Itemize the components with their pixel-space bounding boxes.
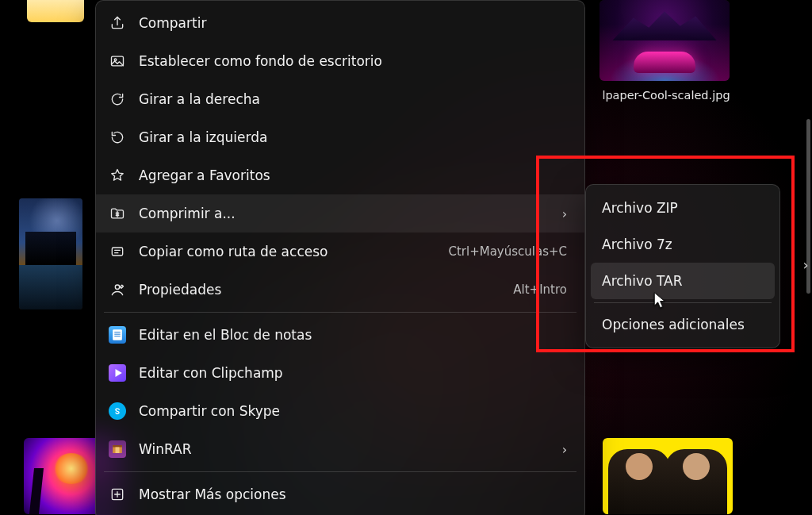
notepad-icon [109,326,126,344]
menu-item-share[interactable]: Compartir [96,4,584,42]
menu-item-rotate-left[interactable]: Girar a la izquierda [96,118,584,156]
folder-thumbnail[interactable] [27,0,84,22]
menu-item-properties[interactable]: Propiedades Alt+Intro [96,271,584,309]
menu-item-skype[interactable]: Compartir con Skype [96,392,584,430]
menu-item-notepad[interactable]: Editar en el Bloc de notas [96,316,584,354]
compress-icon [109,205,126,222]
submenu-item-label: Archivo 7z [602,236,672,252]
menu-item-label: Propiedades [139,282,500,298]
submenu-item-zip[interactable]: Archivo ZIP [586,190,779,226]
submenu-item-7z[interactable]: Archivo 7z [586,226,779,263]
chevron-right-icon: › [559,442,570,457]
svg-rect-6 [113,445,122,448]
submenu-item-label: Archivo ZIP [602,200,678,216]
scroll-right-arrow[interactable]: › [799,254,812,275]
svg-rect-4 [113,329,122,340]
menu-separator [104,312,576,313]
image-thumbnail-neon-car[interactable] [599,0,730,81]
submenu-item-label: Opciones adicionales [602,317,745,332]
svg-point-3 [115,285,119,289]
chevron-right-icon: › [559,206,570,221]
more-options-icon [109,486,126,503]
rotate-right-icon [109,90,126,108]
menu-item-rotate-right[interactable]: Girar a la derecha [96,80,584,118]
copy-path-icon [109,243,126,260]
skype-icon [109,402,126,420]
menu-item-shortcut: Alt+Intro [513,282,570,297]
compress-submenu: Archivo ZIP Archivo 7z Archivo TAR Opcio… [585,184,780,348]
clipchamp-icon [109,364,126,382]
menu-item-shortcut: Ctrl+Mayúsculas+C [448,244,570,259]
menu-item-label: Editar en el Bloc de notas [139,327,570,343]
menu-item-set-wallpaper[interactable]: Establecer como fondo de escritorio [96,42,584,80]
image-thumbnail-city[interactable]: e [19,198,82,309]
share-icon [109,14,126,32]
menu-separator [104,471,576,472]
wallpaper-icon [109,52,126,70]
properties-icon [109,281,126,298]
svg-point-1 [114,59,117,61]
menu-item-label: Girar a la izquierda [139,129,570,145]
menu-item-label: Establecer como fondo de escritorio [139,53,570,69]
menu-item-label: Copiar como ruta de acceso [139,244,435,259]
menu-item-label: WinRAR [139,441,546,457]
submenu-item-additional-options[interactable]: Opciones adicionales [586,306,779,343]
winrar-icon [109,440,126,458]
menu-item-label: Agregar a Favoritos [139,167,570,183]
menu-item-label: Compartir [139,15,570,31]
submenu-item-tar[interactable]: Archivo TAR [591,263,775,299]
star-icon [109,167,126,184]
svg-rect-2 [112,248,122,256]
rotate-left-icon [109,129,126,146]
menu-item-compress[interactable]: Comprimir a... › [96,194,584,233]
submenu-item-label: Archivo TAR [602,273,682,289]
menu-item-more-options[interactable]: Mostrar Más opciones [96,475,584,513]
menu-item-label: Compartir con Skype [139,403,570,419]
menu-item-clipchamp[interactable]: Editar con Clipchamp [96,354,584,392]
menu-item-add-favorites[interactable]: Agregar a Favoritos [96,156,584,194]
submenu-separator [594,302,772,303]
menu-item-label: Girar a la derecha [139,91,570,107]
svg-rect-7 [116,448,120,454]
thumbnail-filename: lpaper-Cool-scaled.jpg [587,89,745,102]
menu-item-label: Mostrar Más opciones [139,486,570,502]
menu-item-label: Editar con Clipchamp [139,365,570,381]
menu-item-copy-path[interactable]: Copiar como ruta de acceso Ctrl+Mayúscul… [96,233,584,271]
menu-item-label: Comprimir a... [139,206,546,221]
menu-item-winrar[interactable]: WinRAR › [96,430,584,468]
image-thumbnail-cyberpunk[interactable] [603,438,733,514]
context-menu: Compartir Establecer como fondo de escri… [95,0,585,515]
